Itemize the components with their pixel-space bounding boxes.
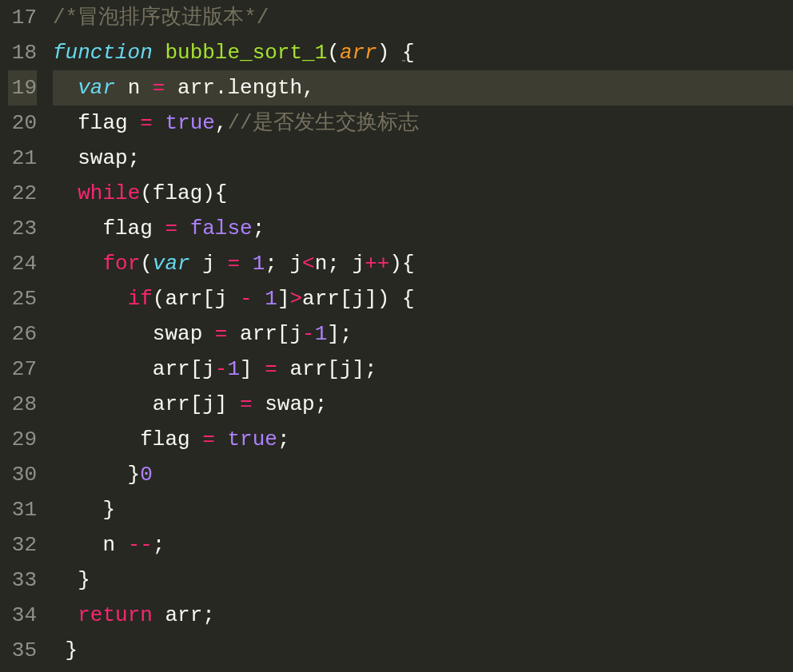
code-token: n — [53, 533, 128, 557]
code-line[interactable]: arr[j-1] = arr[j]; — [53, 352, 793, 387]
code-token: ++ — [365, 252, 389, 276]
code-token: arr[j — [53, 357, 215, 381]
line-number: 19 — [8, 70, 37, 105]
line-number: 25 — [8, 281, 37, 316]
line-number: 30 — [8, 457, 37, 492]
code-token: n — [115, 76, 153, 100]
code-line[interactable]: var n = arr.length, — [53, 70, 793, 105]
code-token: flag — [53, 111, 140, 135]
code-line[interactable]: flag = true; — [53, 422, 793, 457]
code-token: > — [290, 287, 303, 311]
code-token: true — [227, 427, 277, 451]
code-token: arr[j]) { — [302, 287, 414, 311]
code-line[interactable]: } — [53, 492, 793, 527]
line-number: 31 — [8, 492, 37, 527]
code-token: flag — [53, 427, 202, 451]
code-token: 0 — [140, 463, 153, 487]
code-token: bubble_sort_1 — [165, 41, 327, 65]
code-token — [153, 111, 165, 135]
code-token: ( — [327, 41, 340, 65]
code-token: ; j — [265, 252, 302, 276]
code-line[interactable]: n --; — [53, 527, 793, 563]
code-line[interactable]: /*冒泡排序改进版本*/ — [53, 0, 793, 35]
code-token: = — [165, 217, 177, 241]
code-token: } — [53, 568, 90, 592]
code-line[interactable]: flag = false; — [53, 211, 793, 246]
code-token: = — [215, 322, 228, 346]
code-line[interactable]: arr[j] = swap; — [53, 387, 793, 422]
code-line[interactable]: return arr; — [53, 598, 793, 633]
code-area[interactable]: /*冒泡排序改进版本*/function bubble_sort_1(arr) … — [51, 0, 793, 672]
code-token: } — [53, 463, 140, 487]
code-token: 1 — [265, 287, 277, 311]
code-line[interactable]: flag = true,//是否发生交换标志 — [53, 105, 793, 141]
code-token: = — [240, 392, 253, 416]
code-token: false — [190, 217, 253, 241]
line-number: 21 — [8, 141, 37, 176]
code-editor[interactable]: 17181920212223242526272829303132333435 /… — [0, 0, 793, 672]
code-token: = — [265, 357, 277, 381]
code-token: < — [302, 252, 315, 276]
code-line[interactable]: swap; — [53, 141, 793, 176]
code-token: arr; — [153, 603, 215, 627]
code-token: (flag){ — [140, 181, 227, 205]
code-line[interactable]: if(arr[j - 1]>arr[j]) { — [53, 281, 793, 316]
line-number: 24 — [8, 246, 37, 281]
code-token: ; — [277, 427, 290, 451]
code-line[interactable]: function bubble_sort_1(arr) { — [53, 35, 793, 70]
line-number: 23 — [8, 211, 37, 246]
code-token: var — [78, 76, 115, 100]
line-number: 35 — [8, 633, 37, 668]
code-token: - — [215, 357, 228, 381]
code-line[interactable]: for(var j = 1; j<n; j++){ — [53, 246, 793, 281]
line-number: 18 — [8, 35, 37, 70]
code-token — [53, 76, 78, 100]
code-token: } — [53, 638, 78, 662]
code-token: return — [78, 603, 153, 627]
code-token — [153, 41, 165, 65]
code-token: 1 — [315, 322, 328, 346]
code-token: , — [215, 111, 228, 135]
code-token: ] — [277, 287, 290, 311]
code-token: var — [153, 252, 190, 276]
code-token: arr[j]; — [277, 357, 377, 381]
line-number: 20 — [8, 105, 37, 141]
code-line[interactable]: } — [53, 563, 793, 598]
code-token: arr[j — [227, 322, 302, 346]
code-token: ]; — [327, 322, 352, 346]
code-token: swap; — [253, 392, 328, 416]
code-token: if — [128, 287, 153, 311]
code-token: - — [302, 322, 315, 346]
code-line[interactable]: }0 — [53, 457, 793, 492]
code-token — [177, 217, 190, 241]
line-number: 26 — [8, 316, 37, 352]
code-token: } — [53, 498, 115, 522]
code-line[interactable]: } — [53, 633, 793, 668]
code-token: ){ — [389, 252, 414, 276]
line-number: 32 — [8, 527, 37, 563]
code-token — [215, 427, 228, 451]
line-number: 29 — [8, 422, 37, 457]
line-number: 28 — [8, 387, 37, 422]
code-token: //是否发生交换标志 — [227, 111, 418, 135]
code-token: 1 — [253, 252, 265, 276]
line-number: 33 — [8, 563, 37, 598]
code-line[interactable]: swap = arr[j-1]; — [53, 316, 793, 352]
code-token: arr — [340, 41, 377, 65]
code-line[interactable]: while(flag){ — [53, 176, 793, 211]
code-token: = — [140, 111, 153, 135]
code-token: while — [78, 181, 140, 205]
code-token: -- — [128, 533, 153, 557]
code-token — [253, 287, 265, 311]
code-token: n; j — [315, 252, 365, 276]
line-number: 27 — [8, 352, 37, 387]
code-token: = — [153, 76, 165, 100]
code-token: ; — [153, 533, 165, 557]
code-token: flag — [53, 217, 165, 241]
code-token: j — [190, 252, 228, 276]
code-token: (arr[j — [153, 287, 240, 311]
code-token: /*冒泡排序改进版本*/ — [53, 6, 269, 30]
line-number: 34 — [8, 598, 37, 633]
code-token: ) — [377, 41, 402, 65]
code-token: swap; — [53, 146, 140, 170]
